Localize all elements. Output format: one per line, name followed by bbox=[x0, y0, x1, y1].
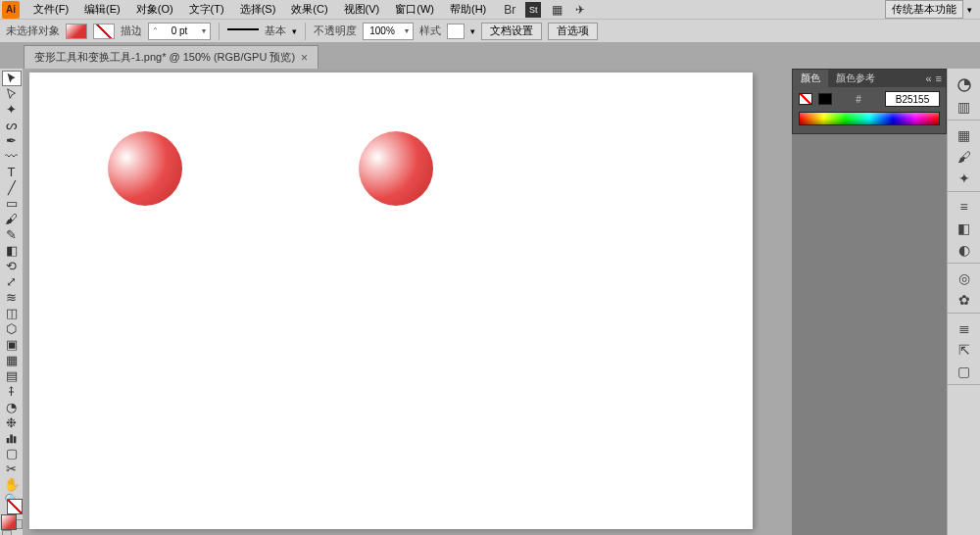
artboard-tool[interactable]: ▢ bbox=[2, 446, 22, 461]
canvas-area[interactable] bbox=[24, 69, 792, 535]
appearance-icon[interactable]: ◎ bbox=[954, 268, 975, 288]
prefs-button[interactable]: 首选项 bbox=[548, 23, 598, 40]
menu-effect[interactable]: 效果(C) bbox=[283, 0, 335, 19]
tab-color[interactable]: 颜色 bbox=[793, 70, 828, 87]
pencil-tool[interactable]: ✎ bbox=[2, 227, 22, 242]
opacity-label: 不透明度 bbox=[314, 24, 357, 38]
gradient-panel-icon[interactable]: ◧ bbox=[954, 219, 975, 238]
column-graph-tool[interactable] bbox=[2, 431, 22, 445]
perspective-tool[interactable]: ▣ bbox=[2, 337, 22, 352]
stroke-profile[interactable] bbox=[227, 28, 259, 38]
collapse-icon[interactable]: « bbox=[925, 73, 931, 84]
artboard bbox=[29, 73, 753, 529]
eraser-tool[interactable]: ◧ bbox=[2, 243, 22, 258]
style-label: 样式 bbox=[419, 24, 441, 38]
chevron-down-icon[interactable]: ▾ bbox=[967, 5, 972, 15]
gpu-icon[interactable]: ✈ bbox=[572, 2, 588, 18]
tab-color-guide[interactable]: 颜色参考 bbox=[828, 70, 883, 87]
rectangle-tool[interactable]: ▭ bbox=[2, 196, 22, 211]
brushes-icon[interactable]: 🖌 bbox=[954, 147, 975, 167]
menu-window[interactable]: 窗口(W) bbox=[387, 0, 442, 19]
scale-tool[interactable]: ⤢ bbox=[2, 274, 22, 289]
hex-input[interactable] bbox=[885, 91, 940, 107]
svg-rect-1 bbox=[10, 435, 13, 444]
rotate-tool[interactable]: ⟲ bbox=[2, 259, 22, 273]
menu-file[interactable]: 文件(F) bbox=[25, 0, 76, 19]
pen-tool[interactable]: ✒ bbox=[2, 133, 22, 148]
free-transform-tool[interactable]: ◫ bbox=[2, 306, 22, 320]
type-tool[interactable]: T bbox=[2, 165, 22, 179]
layers-icon[interactable]: ≣ bbox=[954, 318, 975, 338]
basic-label[interactable]: 基本 bbox=[265, 24, 286, 38]
panel-menu-icon[interactable]: ≡ bbox=[936, 73, 942, 84]
chevron-down-icon[interactable]: ▾ bbox=[292, 26, 297, 36]
stroke-weight[interactable]: ⌃ ▾ bbox=[148, 23, 211, 40]
menubar: Ai 文件(F) 编辑(E) 对象(O) 文字(T) 选择(S) 效果(C) 视… bbox=[0, 0, 980, 20]
gradient-tool[interactable]: ▤ bbox=[2, 368, 22, 383]
curvature-tool[interactable]: 〰 bbox=[2, 149, 22, 164]
svg-rect-0 bbox=[6, 438, 9, 443]
paintbrush-tool[interactable]: 🖌 bbox=[2, 212, 22, 226]
bridge-icon[interactable]: Br bbox=[502, 2, 517, 18]
stroke-down-icon[interactable]: ⌃ bbox=[149, 26, 161, 35]
magic-wand-tool[interactable]: ✦ bbox=[2, 102, 22, 117]
shape-circle-2[interactable] bbox=[359, 131, 433, 206]
close-icon[interactable]: × bbox=[301, 51, 308, 65]
color-guide-icon[interactable]: ▥ bbox=[954, 97, 975, 117]
selection-tool[interactable] bbox=[2, 71, 22, 86]
arrange-icon[interactable]: ▦ bbox=[549, 2, 564, 18]
symbol-sprayer-tool[interactable]: ❉ bbox=[2, 415, 22, 430]
document-tabstrip: 变形工具和变换工具-1.png* @ 150% (RGB/GPU 预览) × bbox=[0, 43, 980, 69]
color-icon[interactable] bbox=[954, 75, 975, 95]
fill-none-swatch[interactable] bbox=[799, 93, 812, 105]
blend-tool[interactable]: ◔ bbox=[2, 400, 22, 414]
direct-selection-tool[interactable] bbox=[2, 87, 22, 101]
shape-circle-1[interactable] bbox=[108, 131, 182, 206]
stroke-dropdown-icon[interactable]: ▾ bbox=[198, 26, 210, 35]
stock-icon[interactable]: St bbox=[525, 2, 541, 18]
document-tab[interactable]: 变形工具和变换工具-1.png* @ 150% (RGB/GPU 预览) × bbox=[24, 45, 318, 69]
stroke-swatch[interactable] bbox=[93, 24, 115, 39]
menu-object[interactable]: 对象(O) bbox=[128, 0, 181, 19]
lasso-tool[interactable]: ᔕ bbox=[2, 118, 22, 132]
stroke-label: 描边 bbox=[121, 24, 142, 38]
fill-swatch[interactable] bbox=[66, 24, 87, 39]
fill-indicator[interactable] bbox=[1, 514, 17, 530]
tab-title: 变形工具和变换工具-1.png* @ 150% (RGB/GPU 预览) bbox=[34, 50, 295, 65]
stroke-indicator[interactable] bbox=[7, 499, 23, 514]
asset-export-icon[interactable]: ⇱ bbox=[954, 340, 975, 360]
transparency-icon[interactable]: ◐ bbox=[954, 240, 975, 260]
hash-icon: # bbox=[856, 94, 861, 105]
workspace-switcher[interactable]: 传统基本功能 bbox=[885, 0, 963, 19]
artboards-icon[interactable]: ▢ bbox=[954, 362, 975, 381]
doc-setup-button[interactable]: 文档设置 bbox=[481, 23, 542, 40]
opacity-field[interactable]: ▾ bbox=[363, 23, 414, 40]
graphic-styles-icon[interactable]: ✿ bbox=[954, 290, 975, 310]
menu-select[interactable]: 选择(S) bbox=[232, 0, 284, 19]
menu-type[interactable]: 文字(T) bbox=[181, 0, 232, 19]
shape-builder-tool[interactable]: ⬡ bbox=[2, 321, 22, 336]
menu-view[interactable]: 视图(V) bbox=[336, 0, 388, 19]
mesh-tool[interactable]: ▦ bbox=[2, 353, 22, 367]
chevron-down-icon[interactable]: ▾ bbox=[401, 26, 413, 35]
none-mode-btn[interactable] bbox=[2, 530, 12, 535]
swatches-icon[interactable]: ▦ bbox=[954, 125, 975, 145]
stroke-icon[interactable]: ≡ bbox=[954, 197, 975, 217]
color-spectrum[interactable] bbox=[799, 112, 940, 125]
color-panel: 颜色 颜色参考 « ≡ # bbox=[792, 69, 947, 134]
svg-rect-2 bbox=[13, 436, 16, 443]
menu-help[interactable]: 帮助(H) bbox=[442, 0, 494, 19]
fill-black-swatch[interactable] bbox=[818, 93, 832, 105]
panel-dock: ▥ ▦ 🖌 ✦ ≡ ◧ ◐ ◎ ✿ ≣ ⇱ ▢ bbox=[947, 69, 980, 535]
chevron-down-icon[interactable]: ▾ bbox=[470, 26, 475, 36]
symbols-icon[interactable]: ✦ bbox=[954, 169, 975, 188]
hand-tool[interactable]: ✋ bbox=[2, 477, 22, 492]
style-swatch[interactable] bbox=[447, 24, 465, 39]
menu-edit[interactable]: 编辑(E) bbox=[76, 0, 128, 19]
line-tool[interactable]: ╱ bbox=[2, 180, 22, 195]
slice-tool[interactable]: ✂ bbox=[2, 462, 22, 476]
width-tool[interactable]: ≋ bbox=[2, 290, 22, 305]
stroke-weight-input[interactable] bbox=[161, 25, 198, 36]
eyedropper-tool[interactable]: ⤉ bbox=[2, 384, 22, 399]
opacity-input[interactable] bbox=[364, 25, 401, 36]
